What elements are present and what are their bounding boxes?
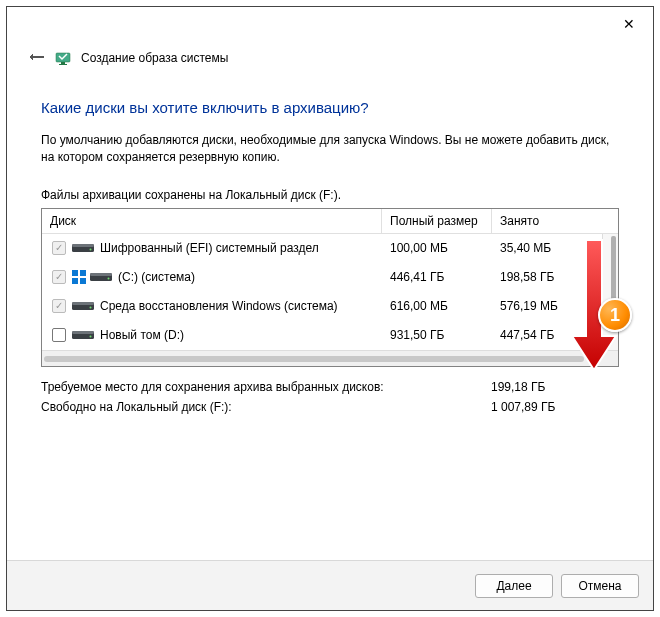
disk-name: Новый том (D:) (100, 328, 184, 342)
summary-required-value: 199,18 ГБ (491, 380, 619, 394)
content-area: Какие диски вы хотите включить в архивац… (7, 81, 653, 417)
cell-full-size: 100,00 МБ (382, 238, 492, 258)
svg-rect-1 (61, 62, 65, 64)
table-row[interactable]: Новый том (D:)931,50 ГБ447,54 ГБ (42, 321, 618, 350)
dialog-window: ✕ 🠔 Создание образа системы Какие диски … (6, 6, 654, 611)
summary-free: Свободно на Локальный диск (F:): 1 007,8… (41, 397, 619, 417)
horizontal-scrollbar[interactable] (42, 350, 618, 366)
table-row[interactable]: ✓(C:) (система)446,41 ГБ198,58 ГБ (42, 263, 618, 292)
svg-point-18 (90, 335, 92, 337)
cell-full-size: 616,00 МБ (382, 296, 492, 316)
vertical-scrollbar[interactable] (602, 234, 618, 350)
close-icon[interactable]: ✕ (623, 16, 635, 32)
cell-disk: ✓(C:) (система) (42, 267, 382, 287)
horizontal-scroll-thumb[interactable] (44, 356, 584, 362)
cancel-button[interactable]: Отмена (561, 574, 639, 598)
cell-used-size: 198,58 ГБ (492, 267, 618, 287)
svg-rect-7 (80, 270, 86, 276)
svg-rect-17 (72, 331, 94, 334)
disk-name: Среда восстановления Windows (система) (100, 299, 338, 313)
svg-rect-8 (72, 278, 78, 284)
table-row[interactable]: ✓Среда восстановления Windows (система)6… (42, 292, 618, 321)
summary-free-value: 1 007,89 ГБ (491, 400, 619, 414)
table-row[interactable]: ✓Шифрованный (EFI) системный раздел100,0… (42, 234, 618, 263)
svg-rect-4 (72, 244, 94, 247)
drive-icon (72, 242, 94, 254)
app-icon (55, 50, 71, 66)
col-header-disk[interactable]: Диск (42, 209, 382, 233)
vertical-scroll-thumb[interactable] (611, 236, 616, 306)
titlebar: ✕ (7, 7, 653, 41)
cell-full-size: 446,41 ГБ (382, 267, 492, 287)
svg-point-5 (90, 248, 92, 250)
svg-rect-2 (59, 64, 67, 65)
summary-required: Требуемое место для сохранения архива вы… (41, 377, 619, 397)
cell-disk: ✓Среда восстановления Windows (система) (42, 296, 382, 316)
page-question: Какие диски вы хотите включить в архивац… (41, 99, 619, 116)
saved-to-text: Файлы архивации сохранены на Локальный д… (41, 188, 619, 202)
disk-name: Шифрованный (EFI) системный раздел (100, 241, 319, 255)
cell-disk: ✓Шифрованный (EFI) системный раздел (42, 238, 382, 258)
svg-rect-11 (90, 273, 112, 276)
svg-rect-9 (80, 278, 86, 284)
row-checkbox: ✓ (52, 241, 66, 255)
row-checkbox[interactable] (52, 328, 66, 342)
windows-logo-icon (72, 270, 86, 284)
disk-table: Диск Полный размер Занято ✓Шифрованный (… (41, 208, 619, 367)
col-header-full[interactable]: Полный размер (382, 209, 492, 233)
header-row: 🠔 Создание образа системы (7, 41, 653, 81)
drive-icon (72, 300, 94, 312)
back-arrow-icon[interactable]: 🠔 (29, 49, 45, 67)
row-checkbox: ✓ (52, 299, 66, 313)
table-header: Диск Полный размер Занято (42, 209, 618, 234)
drive-icon (72, 329, 94, 341)
cell-used-size: 35,40 МБ (492, 238, 618, 258)
cell-used-size: 576,19 МБ (492, 296, 618, 316)
next-button[interactable]: Далее (475, 574, 553, 598)
svg-rect-14 (72, 302, 94, 305)
svg-point-15 (90, 306, 92, 308)
svg-point-12 (108, 277, 110, 279)
window-title: Создание образа системы (81, 51, 228, 65)
table-body: ✓Шифрованный (EFI) системный раздел100,0… (42, 234, 618, 350)
page-description: По умолчанию добавляются диски, необходи… (41, 132, 619, 166)
row-checkbox: ✓ (52, 270, 66, 284)
drive-icon (90, 271, 112, 283)
summary-block: Требуемое место для сохранения архива вы… (41, 377, 619, 417)
svg-rect-6 (72, 270, 78, 276)
cell-used-size: 447,54 ГБ (492, 325, 618, 345)
summary-free-label: Свободно на Локальный диск (F:): (41, 400, 491, 414)
cell-full-size: 931,50 ГБ (382, 325, 492, 345)
dialog-footer: Далее Отмена (7, 560, 653, 610)
summary-required-label: Требуемое место для сохранения архива вы… (41, 380, 491, 394)
cell-disk: Новый том (D:) (42, 325, 382, 345)
disk-name: (C:) (система) (118, 270, 195, 284)
col-header-used[interactable]: Занято (492, 209, 618, 233)
